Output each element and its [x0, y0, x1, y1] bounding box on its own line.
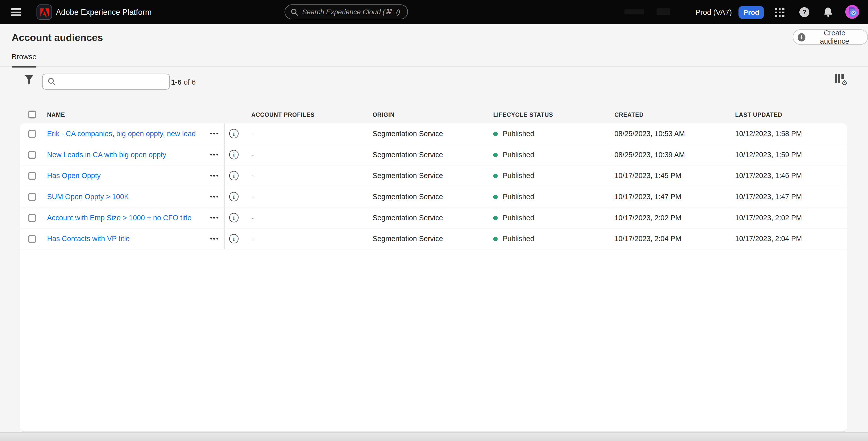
table-header-row: NAME ACCOUNT PROFILES ORIGIN LIFECYCLE S…	[20, 105, 847, 124]
status-label: Published	[503, 213, 534, 222]
search-icon	[48, 77, 56, 86]
status-label: Published	[503, 129, 534, 138]
select-all-checkbox[interactable]	[28, 110, 36, 118]
row-actions-menu-icon[interactable]	[204, 154, 224, 156]
column-header-account-profiles[interactable]: ACCOUNT PROFILES	[251, 111, 372, 117]
account-profiles-cell: -	[251, 193, 372, 201]
search-icon	[290, 8, 298, 16]
lifecycle-status-cell: Published	[493, 213, 614, 222]
updated-cell: 10/12/2023, 1:58 PM	[735, 129, 847, 138]
adobe-logo[interactable]	[36, 4, 52, 20]
create-audience-button[interactable]: + Create audience	[793, 29, 868, 45]
list-toolbar: 1-6of 6 ⚙	[0, 67, 868, 105]
audience-name-link[interactable]: New Leads in CA with big open oppty	[47, 150, 204, 159]
created-cell: 10/17/2023, 1:47 PM	[614, 193, 735, 201]
audience-name-link[interactable]: Has Contacts with VP title	[47, 235, 204, 243]
table-row: Account with Emp Size > 1000 + no CFO ti…	[20, 207, 847, 229]
column-header-created[interactable]: CREATED	[614, 111, 735, 117]
info-icon[interactable]: i	[229, 213, 239, 222]
info-icon[interactable]: i	[229, 150, 239, 159]
environment-label: Prod (VA7)	[695, 0, 732, 24]
app-window: Adobe Experience Platform Prod (VA7) Pro…	[0, 0, 868, 441]
column-header-name[interactable]: NAME	[47, 111, 204, 117]
help-icon[interactable]: ?	[799, 7, 809, 17]
tab-browse[interactable]: Browse	[11, 53, 36, 66]
row-actions-menu-icon[interactable]	[204, 238, 224, 240]
created-cell: 10/17/2023, 2:04 PM	[614, 235, 735, 243]
created-cell: 10/17/2023, 1:45 PM	[614, 172, 735, 180]
origin-cell: Segmentation Service	[372, 235, 493, 243]
updated-cell: 10/12/2023, 1:59 PM	[735, 150, 847, 159]
account-profiles-cell: -	[251, 150, 372, 159]
row-checkbox[interactable]	[28, 193, 36, 201]
row-checkbox[interactable]	[28, 130, 36, 138]
account-profiles-cell: -	[251, 172, 372, 180]
plus-icon: +	[798, 33, 805, 41]
table-empty-space	[20, 249, 847, 432]
status-dot-icon	[493, 237, 498, 241]
column-settings-icon[interactable]: ⚙	[835, 74, 847, 84]
global-search-input[interactable]	[302, 8, 402, 16]
status-dot-icon	[493, 194, 498, 199]
row-actions-menu-icon[interactable]	[204, 175, 224, 176]
bottom-strip	[0, 432, 868, 441]
adobe-a-icon	[40, 8, 49, 16]
created-cell: 10/17/2023, 2:02 PM	[614, 213, 735, 222]
app-title: Adobe Experience Platform	[56, 0, 152, 24]
row-checkbox[interactable]	[28, 214, 36, 222]
row-actions-menu-icon[interactable]	[204, 196, 224, 198]
status-dot-icon	[493, 131, 498, 136]
status-dot-icon	[493, 152, 498, 157]
created-cell: 08/25/2023, 10:39 AM	[614, 150, 735, 159]
page-title: Account audiences	[11, 32, 103, 44]
table-row: SUM Open Oppty > 100K i - Segmentation S…	[20, 186, 847, 207]
hamburger-menu-icon[interactable]	[11, 8, 21, 16]
redacted-text	[657, 8, 671, 15]
status-dot-icon	[493, 215, 498, 220]
row-checkbox[interactable]	[28, 172, 36, 179]
table-row: Has Open Oppty i - Segmentation Service …	[20, 166, 847, 186]
redacted-text	[624, 9, 644, 14]
status-label: Published	[503, 193, 534, 201]
row-checkbox[interactable]	[28, 151, 36, 159]
environment-badge[interactable]: Prod	[739, 6, 764, 19]
filter-icon[interactable]	[24, 75, 34, 84]
info-icon[interactable]: i	[229, 192, 239, 201]
table-row: Erik - CA companies, big open oppty, new…	[20, 123, 847, 144]
result-count: 1-6of 6	[171, 67, 196, 97]
audience-name-link[interactable]: Has Open Oppty	[47, 172, 204, 180]
updated-cell: 10/17/2023, 2:04 PM	[735, 235, 847, 243]
origin-cell: Segmentation Service	[372, 172, 493, 180]
origin-cell: Segmentation Service	[372, 193, 493, 201]
global-top-bar: Adobe Experience Platform Prod (VA7) Pro…	[0, 0, 868, 24]
table-search[interactable]	[42, 74, 170, 90]
origin-cell: Segmentation Service	[372, 129, 493, 138]
audience-name-link[interactable]: Erik - CA companies, big open oppty, new…	[47, 129, 204, 138]
table-row: New Leads in CA with big open oppty i - …	[20, 144, 847, 166]
updated-cell: 10/17/2023, 1:46 PM	[735, 172, 847, 180]
info-icon[interactable]: i	[229, 129, 239, 138]
account-profiles-cell: -	[251, 213, 372, 222]
column-header-last-updated[interactable]: LAST UPDATED	[735, 111, 847, 117]
origin-cell: Segmentation Service	[372, 213, 493, 222]
table-row: Has Contacts with VP title i - Segmentat…	[20, 229, 847, 250]
audience-name-link[interactable]: SUM Open Oppty > 100K	[47, 193, 204, 201]
row-checkbox[interactable]	[28, 235, 36, 243]
lifecycle-status-cell: Published	[493, 150, 614, 159]
table-search-input[interactable]	[60, 77, 164, 86]
app-switcher-icon[interactable]	[775, 8, 784, 17]
row-actions-menu-icon[interactable]	[204, 217, 224, 218]
status-label: Published	[503, 172, 534, 180]
user-avatar[interactable]	[845, 5, 859, 19]
column-header-origin[interactable]: ORIGIN	[372, 111, 493, 117]
global-search[interactable]	[284, 4, 408, 19]
notifications-bell-icon[interactable]	[823, 6, 833, 17]
updated-cell: 10/17/2023, 1:47 PM	[735, 193, 847, 201]
status-dot-icon	[493, 173, 498, 178]
column-header-lifecycle-status[interactable]: LIFECYCLE STATUS	[493, 111, 614, 117]
info-icon[interactable]: i	[229, 234, 239, 243]
audience-name-link[interactable]: Account with Emp Size > 1000 + no CFO ti…	[47, 213, 204, 222]
info-icon[interactable]: i	[229, 171, 239, 180]
row-actions-menu-icon[interactable]	[204, 133, 224, 134]
lifecycle-status-cell: Published	[493, 193, 614, 201]
